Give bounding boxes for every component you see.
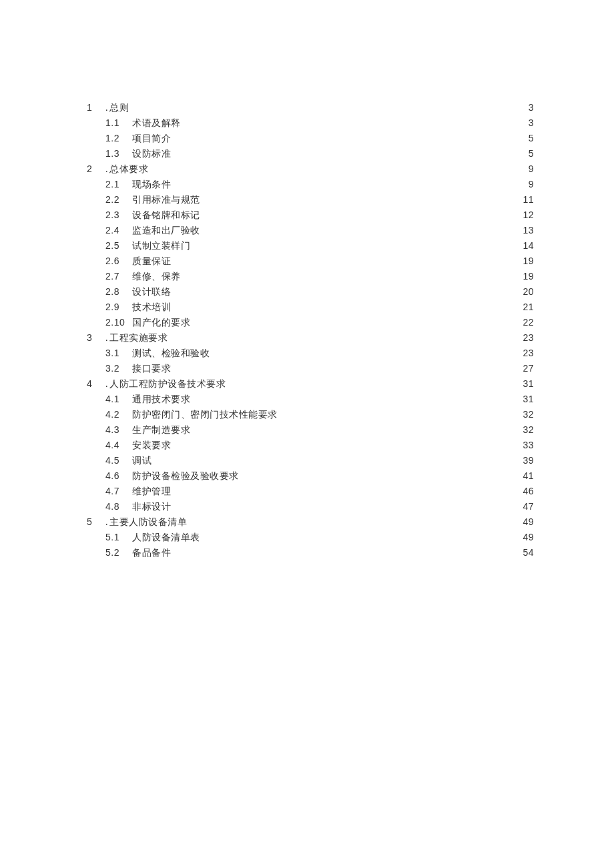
toc-entry: 2.8设计联络20	[87, 284, 534, 300]
toc-entry-title: 主要人防设备清单	[109, 514, 187, 530]
toc-entry-page: 33	[520, 438, 534, 453]
toc-entry: 2.5试制立装样门14	[87, 238, 534, 254]
toc-entry-number: 2.1	[105, 177, 132, 192]
toc-entry-number: 2.7	[105, 269, 132, 284]
toc-entry-page: 13	[520, 223, 534, 238]
toc-entry-number: 2.6	[105, 254, 132, 269]
toc-leader-dots	[239, 470, 521, 479]
toc-entry-title: 非标设计	[132, 499, 171, 514]
toc-entry-prefix: .	[105, 330, 108, 346]
toc-entry-title: 生产制造要求	[132, 422, 190, 438]
toc-entry: 4.5调试39	[87, 453, 534, 468]
toc-entry: 2.1现场条件9	[87, 177, 534, 192]
toc-leader-dots	[226, 378, 520, 387]
toc-entry-title: 调试	[132, 453, 151, 468]
toc-entry-number: 1	[87, 100, 105, 115]
toc-leader-dots	[171, 500, 520, 510]
toc-entry: 2.6质量保证19	[87, 254, 534, 269]
toc-entry-page: 12	[520, 207, 534, 223]
toc-entry-number: 4.4	[105, 438, 132, 453]
toc-entry: 4.2防护密闭门、密闭门技术性能要求32	[87, 407, 534, 422]
toc-leader-dots	[190, 240, 520, 249]
toc-entry: 5.1人防设备清单表49	[87, 530, 534, 545]
toc-entry-title: 人防设备清单表	[132, 530, 200, 545]
toc-entry-page: 32	[520, 407, 534, 422]
toc-entry-title: 维护管理	[132, 484, 171, 499]
toc-entry-number: 4.8	[105, 499, 132, 514]
toc-entry-number: 4.2	[105, 407, 132, 422]
toc-entry-title: 监造和出厂验收	[132, 223, 200, 238]
toc-leader-dots	[210, 347, 520, 356]
table-of-contents: 1.总则31.1术语及解释31.2项目简介51.3设防标准52.总体要求92.1…	[87, 100, 534, 560]
toc-leader-dots	[200, 531, 521, 540]
toc-entry: 1.1术语及解释3	[87, 115, 534, 131]
toc-leader-dots	[181, 117, 526, 126]
toc-entry: 2.2引用标准与规范11	[87, 192, 534, 207]
toc-entry-prefix: .	[105, 161, 108, 177]
toc-entry: 1.总则3	[87, 100, 534, 115]
toc-entry-page: 20	[520, 284, 534, 300]
toc-entry-number: 5.1	[105, 530, 132, 545]
toc-entry-page: 5	[526, 146, 534, 161]
toc-entry-title: 试制立装样门	[132, 238, 190, 254]
toc-entry-title: 术语及解释	[132, 115, 181, 131]
toc-entry-title: 维修、保养	[132, 269, 181, 284]
toc-entry-page: 31	[520, 376, 534, 392]
toc-entry-number: 4.5	[105, 453, 132, 468]
toc-entry-page: 47	[520, 499, 534, 514]
toc-entry: 4.6防护设备检验及验收要求41	[87, 468, 534, 484]
toc-leader-dots	[148, 163, 526, 172]
toc-entry: 3.1测试、检验和验收23	[87, 346, 534, 361]
toc-entry: 2.总体要求9	[87, 161, 534, 177]
toc-entry: 2.10国产化的要求22	[87, 315, 534, 330]
toc-entry-page: 9	[526, 177, 534, 192]
toc-entry-title: 设计联络	[132, 284, 171, 300]
toc-entry-number: 2.2	[105, 192, 132, 207]
toc-leader-dots	[129, 101, 526, 111]
toc-entry-page: 41	[520, 468, 534, 484]
toc-entry-number: 2.9	[105, 300, 132, 315]
toc-entry-number: 1.1	[105, 115, 132, 131]
toc-entry: 2.9技术培训21	[87, 300, 534, 315]
toc-entry: 5.主要人防设备清单49	[87, 514, 534, 530]
toc-leader-dots	[171, 132, 526, 141]
toc-entry-title: 总则	[109, 100, 129, 115]
toc-leader-dots	[187, 516, 520, 525]
toc-entry-number: 2.3	[105, 207, 132, 223]
toc-entry-title: 现场条件	[132, 177, 171, 192]
toc-entry-title: 测试、检验和验收	[132, 346, 210, 361]
toc-leader-dots	[171, 546, 520, 556]
toc-entry-title: 人防工程防护设备技术要求	[109, 376, 226, 392]
toc-leader-dots	[171, 485, 520, 494]
toc-leader-dots	[171, 147, 526, 157]
toc-entry-title: 安装要求	[132, 438, 171, 453]
toc-entry-number: 3.1	[105, 346, 132, 361]
toc-entry-page: 5	[526, 131, 534, 146]
toc-entry-number: 5	[87, 514, 105, 530]
toc-entry-title: 备品备件	[132, 545, 171, 560]
toc-entry: 1.2项目简介5	[87, 131, 534, 146]
toc-entry-page: 54	[520, 545, 534, 560]
toc-entry-page: 9	[526, 161, 534, 177]
toc-entry-number: 2.10	[105, 315, 132, 330]
toc-entry: 5.2备品备件54	[87, 545, 534, 560]
toc-leader-dots	[190, 424, 520, 433]
toc-leader-dots	[190, 393, 520, 402]
toc-entry-page: 49	[520, 514, 534, 530]
toc-entry-number: 2	[87, 161, 105, 177]
toc-entry-page: 21	[520, 300, 534, 315]
toc-entry-number: 4.1	[105, 392, 132, 407]
toc-entry-page: 23	[520, 330, 534, 346]
toc-leader-dots	[200, 224, 521, 234]
toc-entry: 4.7维护管理46	[87, 484, 534, 499]
toc-entry-title: 国产化的要求	[132, 315, 190, 330]
toc-leader-dots	[181, 270, 521, 280]
toc-entry-number: 1.2	[105, 131, 132, 146]
toc-entry-title: 质量保证	[132, 254, 171, 269]
toc-entry-page: 22	[520, 315, 534, 330]
toc-entry-number: 5.2	[105, 545, 132, 560]
toc-entry-page: 49	[520, 530, 534, 545]
toc-entry-page: 46	[520, 484, 534, 499]
toc-entry-title: 工程实施要求	[109, 330, 168, 346]
toc-entry: 2.3设备铭牌和标记12	[87, 207, 534, 223]
